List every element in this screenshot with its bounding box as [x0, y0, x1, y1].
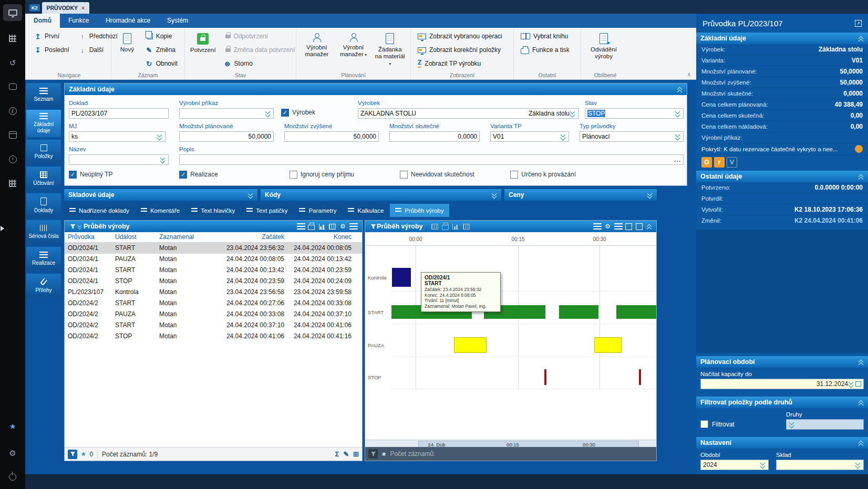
collapse-chevron-icon[interactable]	[857, 359, 864, 366]
production-output-button[interactable]: Odvádění výroby	[586, 31, 621, 60]
k2-app-badge[interactable]: K2	[29, 4, 40, 12]
sidebar-item-realizace[interactable]: Realizace	[26, 247, 61, 271]
clock-icon[interactable]	[5, 152, 20, 166]
checkbox[interactable]	[510, 171, 518, 179]
vyrobek-checkbox[interactable]: ✓	[281, 109, 289, 117]
status-badge-v[interactable]: V	[727, 157, 737, 168]
edit-icon[interactable]: ✎	[343, 450, 349, 458]
collapse-ribbon-chevron-icon[interactable]: ∧	[687, 71, 691, 77]
section-bar-kody[interactable]: Kódy	[261, 189, 501, 201]
gear-icon[interactable]: ⚙	[338, 222, 347, 231]
sidebar-item--tov-n-[interactable]: Účtování	[26, 167, 61, 191]
filter-checkbox[interactable]	[700, 420, 708, 428]
gantt-bar-start[interactable]	[559, 305, 598, 319]
vyrobek-input[interactable]: ZAKLADNA STOLUZákladna stolu	[358, 108, 578, 119]
production-manager-button[interactable]: Výrobní manažer	[302, 31, 332, 58]
show-selected-operation-button[interactable]: Zobrazit vybranou operaci	[416, 31, 504, 41]
sidebar-item-p-lohy[interactable]: Přílohy	[26, 274, 61, 298]
table-row[interactable]: OD/2024/2PAUZAMotan24.04.2024 00:33:0824…	[65, 309, 362, 320]
columns-icon[interactable]	[462, 222, 471, 231]
gantt-bar-start[interactable]	[616, 305, 657, 319]
grid-icon[interactable]	[430, 222, 439, 231]
collapse-chevron-icon[interactable]	[857, 399, 864, 406]
cancel-button[interactable]: ⊗Storno	[222, 58, 297, 69]
settings-icon[interactable]: ⚙	[5, 446, 20, 460]
vyrobni-prikaz-input[interactable]	[179, 108, 274, 119]
sparkle-icon[interactable]: *	[5, 422, 20, 435]
menu-tab-syst-m[interactable]: Systém	[159, 14, 197, 28]
info-icon[interactable]: i	[5, 104, 20, 118]
open-window-icon[interactable]: ↗	[855, 20, 862, 27]
sklad-input[interactable]	[776, 460, 864, 470]
mnozstvi-zvysene-input[interactable]: 50,0000	[284, 131, 379, 142]
refresh-button[interactable]: ↻Obnovit	[144, 58, 179, 69]
gantt-bar-pauza[interactable]	[454, 337, 487, 353]
preview-section-header[interactable]: Nastavení	[696, 437, 868, 449]
sidebar-item-z-kladn-daje[interactable]: Základní údaje	[26, 110, 61, 137]
table-row[interactable]: OD/2024/1PAUZAMotan24.04.2024 00:08:0524…	[65, 254, 362, 265]
collapse-section-chevron-icon[interactable]	[676, 86, 683, 93]
status-badge-o[interactable]: O	[701, 157, 712, 168]
filter-active-icon[interactable]	[68, 450, 77, 459]
collapse-chevron-icon[interactable]	[857, 173, 864, 180]
gantt-chart[interactable]: 00:0000:1500:30KontrolaSTARTPAUZASTOPOD/…	[365, 233, 656, 447]
gantt-bar-pauza[interactable]	[594, 337, 622, 353]
dropdown-icon[interactable]	[160, 155, 166, 164]
stav-input[interactable]: STOP	[585, 108, 684, 119]
more-button[interactable]: ...	[674, 156, 681, 163]
calendar-icon[interactable]	[5, 128, 20, 142]
section-bar-ceny[interactable]: Ceny	[504, 189, 657, 201]
filter-icon[interactable]	[369, 222, 377, 231]
expand-chevron-icon[interactable]	[646, 192, 653, 199]
table-row[interactable]: OD/2024/2STOPMotan24.04.2024 00:41:0624.…	[65, 331, 362, 342]
gantt-bar-stop[interactable]	[639, 369, 641, 385]
grid-view-icon[interactable]: ⊞	[353, 450, 359, 458]
dropdown-icon[interactable]	[675, 132, 681, 141]
varianta-tp-input[interactable]: V01	[490, 131, 569, 142]
mj-input[interactable]: ks	[69, 131, 166, 142]
popis-input[interactable]: ...	[179, 154, 684, 165]
preview-section-header[interactable]: Ostatní údaje	[696, 171, 868, 182]
menu-icon[interactable]	[614, 222, 623, 231]
sidebar-item-polo-ky[interactable]: Položky	[26, 140, 61, 164]
gear-icon[interactable]: ⚙	[603, 222, 612, 231]
dropdown-icon[interactable]	[265, 109, 271, 118]
preview-section-header[interactable]: Plánovací období	[696, 356, 868, 368]
sidebar-item-seznam[interactable]: Seznam	[26, 83, 61, 107]
table-row[interactable]: OD/2024/1STOPMotan24.04.2024 00:23:5924.…	[65, 276, 362, 287]
columns-icon[interactable]	[328, 222, 337, 231]
sort-icon[interactable]	[296, 222, 305, 231]
monitor-icon[interactable]	[3, 4, 22, 21]
capacity-date-input[interactable]: 31.12.2024	[700, 379, 864, 389]
production-manager-menu-button[interactable]: Výrobní manažer ▾	[338, 31, 369, 58]
checkbox[interactable]	[400, 171, 408, 179]
dropdown-icon[interactable]	[855, 461, 861, 469]
dropdown-icon[interactable]	[675, 109, 681, 118]
dropdown-icon[interactable]	[760, 461, 766, 469]
tab-koment-e[interactable]: Komentáře	[136, 204, 185, 217]
print-icon[interactable]	[441, 222, 450, 231]
tab-parametry[interactable]: Parametry	[294, 204, 342, 217]
collapse-chevron-icon[interactable]	[857, 35, 864, 42]
table-row[interactable]: OD/2024/2STARTMotan24.04.2024 00:27:0624…	[65, 298, 362, 309]
druhy-input[interactable]	[786, 419, 864, 430]
mnozstvi-planovane-input[interactable]: 50,0000	[179, 131, 274, 142]
dropdown-icon[interactable]	[157, 132, 163, 141]
dropdown-icon[interactable]	[560, 132, 566, 141]
history-icon[interactable]: ↺	[5, 56, 20, 69]
material-request-button[interactable]: Žádanka na materiál ▾	[375, 31, 405, 67]
sidebar-item-doklady[interactable]: Doklady	[26, 193, 61, 217]
collapse-strip-arrow-icon[interactable]	[1, 226, 7, 231]
sort-icon[interactable]	[593, 222, 602, 231]
dropdown-icon[interactable]	[848, 380, 854, 388]
document-tab-pruvodky[interactable]: PRŮVODKY ×	[42, 2, 90, 14]
tab-kalkulace[interactable]: Kalkulace	[343, 204, 389, 217]
sidebar-item-s-riov-sla[interactable]: Sériová čísla	[26, 220, 61, 244]
last-button[interactable]: ↧Poslední	[33, 45, 71, 55]
table-row[interactable]: OD/2024/1STARTMotan23.04.2024 23:56:3224…	[65, 243, 362, 254]
chat-icon[interactable]	[5, 80, 20, 93]
typ-pruvodky-input[interactable]: Plánovací	[580, 131, 684, 142]
mnozstvi-skutecne-input[interactable]: 0,0000	[389, 131, 480, 142]
tab-text-hlavi-ky[interactable]: Text hlavičky	[186, 204, 240, 217]
print-icon[interactable]	[307, 222, 316, 231]
